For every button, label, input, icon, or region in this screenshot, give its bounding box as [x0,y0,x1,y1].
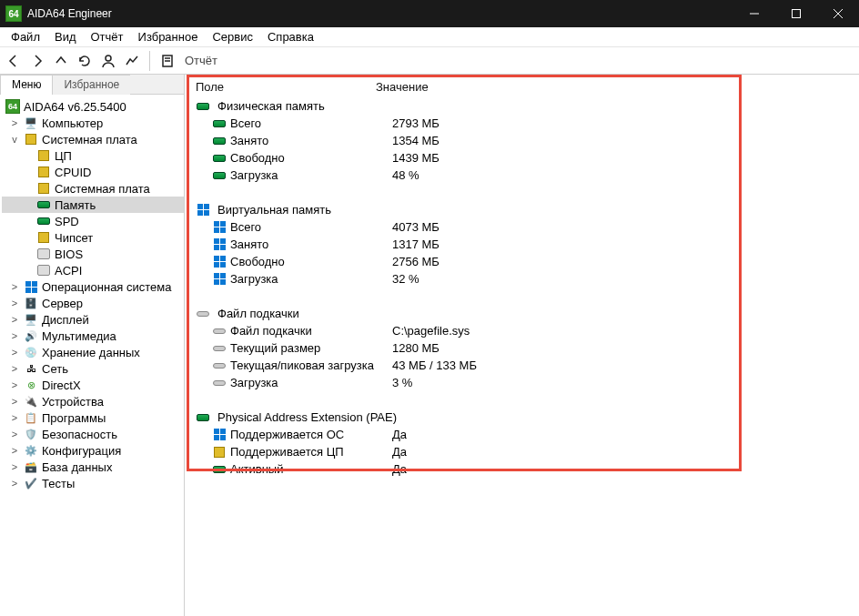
detail-row[interactable]: АктивныйДа [185,460,859,478]
menu-help[interactable]: Справка [260,28,321,45]
user-button[interactable] [98,51,118,71]
tree-item-acpi[interactable]: ACPI [2,262,184,278]
motherboard-icon [24,132,38,146]
column-header-value[interactable]: Значение [376,80,429,94]
twisty-icon[interactable]: v [9,134,20,145]
report-icon[interactable] [157,51,177,71]
detail-row[interactable]: Загрузка32 % [185,270,859,288]
column-header-field[interactable]: Поле [196,80,376,94]
menu-favorites[interactable]: Избранное [131,28,206,45]
board-icon [36,181,51,196]
maximize-button[interactable] [775,0,817,27]
tab-favorites[interactable]: Избранное [52,75,131,95]
detail-row[interactable]: Свободно1439 МБ [185,149,859,167]
twisty-icon[interactable]: > [9,429,20,439]
tree-item-os[interactable]: > Операционная система [2,278,184,295]
tree-item-programs[interactable]: > 📋 Программы [2,409,184,426]
tree-item-label: ACPI [55,264,82,278]
toolbar: Отчёт [0,47,859,75]
twisty-icon[interactable]: > [9,298,20,308]
tree[interactable]: 64 AIDA64 v6.25.5400 > 🖥️ Компьютер v Си… [0,95,184,616]
tree-item-display[interactable]: > 🖥️ Дисплей [2,311,184,328]
group-header[interactable]: Файл подкачки [185,305,859,322]
menu-file[interactable]: Файл [4,28,47,45]
tree-item-spd[interactable]: SPD [2,213,184,229]
detail-row[interactable]: Загрузка3 % [185,374,859,391]
detail-row[interactable]: Текущий размер1280 МБ [185,339,859,357]
minimize-button[interactable] [733,0,775,27]
tree-item-multimedia[interactable]: > 🔊 Мультимедиа [2,328,184,344]
field-label: Свободно [230,151,392,165]
menubar: Файл Вид Отчёт Избранное Сервис Справка [0,27,859,47]
twisty-icon[interactable]: > [9,412,20,423]
twisty-icon[interactable]: > [9,445,20,456]
tree-item-directx[interactable]: > ⊗ DirectX [2,377,184,393]
mem-icon [212,135,227,147]
tree-item-chipset[interactable]: Чипсет [2,229,184,246]
detail-row[interactable]: Всего2793 МБ [185,115,859,132]
twisty-icon[interactable]: > [9,347,20,358]
twisty-icon[interactable]: > [9,379,20,390]
back-button[interactable] [4,51,24,71]
forward-button[interactable] [27,51,47,71]
twisty-icon[interactable]: > [9,281,20,292]
detail-row[interactable]: Текущая/пиковая загрузка43 МБ / 133 МБ [185,357,859,374]
detail-row[interactable]: Всего4073 МБ [185,218,859,236]
cpu-icon [212,446,227,459]
up-button[interactable] [51,51,71,71]
tab-menu[interactable]: Меню [0,75,53,95]
tree-item-cpu[interactable]: ЦП [2,147,184,164]
tree-root[interactable]: 64 AIDA64 v6.25.5400 [2,98,184,115]
win-icon [212,256,227,268]
tree-item-board[interactable]: Системная плата [2,180,184,197]
field-label: Файл подкачки [230,324,392,338]
win-icon [196,204,210,217]
tree-item-security[interactable]: > 🛡️ Безопасность [2,426,184,442]
twisty-icon[interactable]: > [9,314,20,325]
tree-item-label: Программы [42,411,106,425]
detail-row[interactable]: Поддерживается ОСДа [185,426,859,443]
tree-item-label: Дисплей [42,313,89,327]
twisty-icon[interactable]: > [9,330,20,341]
tree-item-label: База данных [42,460,112,474]
disk-icon [212,359,227,372]
tree-item-motherboard[interactable]: v Системная плата [2,131,184,147]
twisty-icon[interactable]: > [9,396,20,407]
tree-item-cpuid[interactable]: CPUID [2,164,184,180]
tree-item-config[interactable]: > ⚙️ Конфигурация [2,442,184,459]
tree-item-memory[interactable]: Память [2,197,184,213]
twisty-icon[interactable]: > [9,117,20,128]
tree-item-storage[interactable]: > 💿 Хранение данных [2,344,184,360]
field-label: Занято [230,134,392,147]
graph-button[interactable] [122,51,142,71]
tree-item-devices[interactable]: > 🔌 Устройства [2,393,184,409]
menu-service[interactable]: Сервис [205,28,260,45]
close-button[interactable] [817,0,859,27]
detail-row[interactable]: Занято1354 МБ [185,132,859,149]
detail-row[interactable]: Файл подкачкиC:\pagefile.sys [185,322,859,339]
toolbar-separator [149,51,150,71]
tree-item-server[interactable]: > 🗄️ Сервер [2,295,184,311]
group-header[interactable]: Виртуальная память [185,201,859,218]
twisty-icon[interactable]: > [9,363,20,374]
field-value: 1439 МБ [392,151,440,165]
report-label[interactable]: Отчёт [185,54,217,67]
tree-item-bios[interactable]: BIOS [2,246,184,262]
sidebar: Меню Избранное 64 AIDA64 v6.25.5400 > 🖥️… [0,75,185,616]
tree-item-computer[interactable]: > 🖥️ Компьютер [2,115,184,131]
menu-view[interactable]: Вид [47,28,84,45]
detail-row[interactable]: Свободно2756 МБ [185,253,859,270]
twisty-icon[interactable]: > [9,478,20,489]
tree-item-database[interactable]: > 🗃️ База данных [2,459,184,475]
detail-row[interactable]: Занято1317 МБ [185,236,859,253]
refresh-button[interactable] [75,51,95,71]
menu-report[interactable]: Отчёт [84,28,131,45]
tree-item-network[interactable]: > 🖧 Сеть [2,360,184,377]
cpu-icon [36,148,51,163]
detail-row[interactable]: Загрузка48 % [185,167,859,184]
tree-item-tests[interactable]: > ✔️ Тесты [2,475,184,491]
detail-row[interactable]: Поддерживается ЦПДа [185,443,859,460]
twisty-icon[interactable]: > [9,461,20,472]
group-header[interactable]: Physical Address Extension (PAE) [185,409,859,426]
group-header[interactable]: Физическая память [185,97,859,115]
